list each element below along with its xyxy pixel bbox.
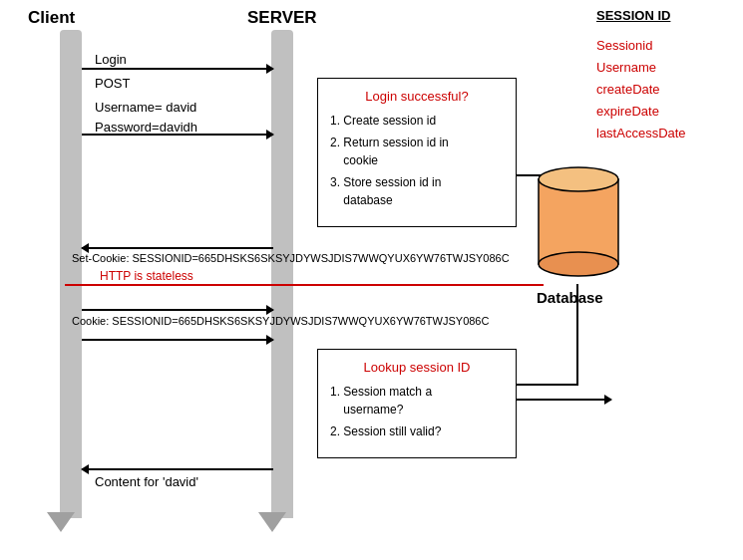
login-item-3: 3. Store session id in database [330,173,504,209]
lookup-item-1: 1. Session match a username? [330,383,504,419]
post-label: POST [95,76,130,91]
login-item-2: 2. Return session id in cookie [330,134,504,169]
set-cookie-label: Set-Cookie: SESSIONID=665DHSKS6SKSYJDYWS… [72,252,510,264]
login-box-title: Login successful? [330,89,504,104]
database-label: Database [537,289,603,306]
login-item-1: 1. Create session id [330,112,504,130]
server-header: SERVER [247,8,317,28]
field-lastaccessdate: lastAccessDate [596,123,686,144]
login-label: Login [95,52,127,67]
session-id-header: SESSION ID [596,8,670,23]
lookup-item-2: 2. Session still valid? [330,422,504,440]
http-stateless-line [65,284,544,286]
username-label: Username= david [95,100,196,115]
post-arrow [82,134,273,136]
client-lane [60,30,82,518]
diagram: Client SERVER SESSION ID Sessionid Usern… [0,0,743,560]
content-arrow [82,468,273,470]
login-box: Login successful? 1. Create session id 2… [317,78,517,227]
server-arrow [258,512,286,532]
client-arrow [47,512,75,532]
field-createdate: createDate [596,79,686,101]
session-fields: Sessionid Username createDate expireDate… [596,35,686,144]
field-expiredate: expireDate [596,101,686,123]
lookup-box-items: 1. Session match a username? 2. Session … [330,383,504,440]
lookup-trigger-arrow [82,339,273,341]
http-stateless-label: HTTP is stateless [100,269,193,283]
db-arrow-2 [517,399,611,401]
db-to-lookup-line [517,384,578,386]
field-username: Username [596,57,686,79]
field-sessionid: Sessionid [596,35,686,57]
cookie-label: Cookie: SESSIONID=665DHSKS6SKSYJDYWSJDIS… [72,315,489,327]
svg-point-2 [539,252,618,276]
content-label: Content for 'david' [95,474,198,489]
db-vertical-line [576,284,578,384]
login-arrow [82,68,273,70]
cookie-arrow [82,309,273,311]
database-icon [529,154,628,284]
lookup-box: Lookup session ID 1. Session match a use… [317,349,517,458]
lookup-box-title: Lookup session ID [330,360,504,375]
svg-point-1 [539,167,618,191]
set-cookie-arrow [82,247,273,249]
server-lane [271,30,293,518]
password-label: Password=davidh [95,120,197,135]
client-header: Client [28,8,75,28]
login-box-items: 1. Create session id 2. Return session i… [330,112,504,209]
